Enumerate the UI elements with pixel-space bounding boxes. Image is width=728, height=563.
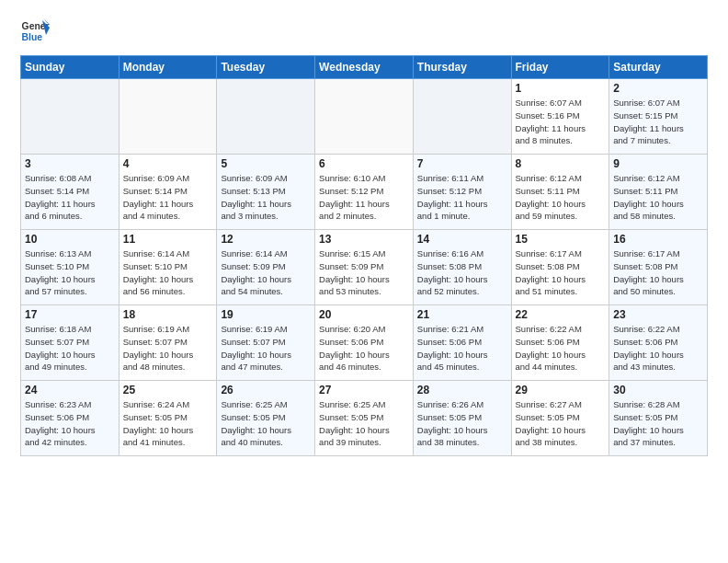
header-cell-thursday: Thursday [413, 56, 511, 79]
day-info: Sunrise: 6:19 AM Sunset: 5:07 PM Dayligh… [221, 323, 311, 373]
day-cell [315, 79, 414, 155]
day-cell: 9Sunrise: 6:12 AM Sunset: 5:11 PM Daylig… [609, 155, 708, 230]
day-cell: 19Sunrise: 6:19 AM Sunset: 5:07 PM Dayli… [217, 305, 315, 381]
day-number: 28 [417, 384, 507, 396]
day-info: Sunrise: 6:22 AM Sunset: 5:06 PM Dayligh… [613, 323, 703, 373]
page: General Blue SundayMondayTuesdayWednesda… [0, 0, 728, 465]
day-number: 16 [613, 233, 703, 246]
day-number: 20 [319, 308, 409, 321]
day-cell: 7Sunrise: 6:11 AM Sunset: 5:12 PM Daylig… [413, 155, 511, 230]
day-cell [217, 79, 315, 155]
day-info: Sunrise: 6:14 AM Sunset: 5:10 PM Dayligh… [123, 247, 213, 298]
day-cell: 29Sunrise: 6:27 AM Sunset: 5:05 PM Dayli… [511, 381, 609, 456]
day-number: 23 [613, 308, 703, 321]
day-info: Sunrise: 6:24 AM Sunset: 5:05 PM Dayligh… [123, 398, 213, 449]
week-row-3: 10Sunrise: 6:13 AM Sunset: 5:10 PM Dayli… [21, 230, 708, 305]
header-cell-sunday: Sunday [21, 56, 119, 79]
week-row-2: 3Sunrise: 6:08 AM Sunset: 5:14 PM Daylig… [21, 155, 708, 230]
day-cell: 8Sunrise: 6:12 AM Sunset: 5:11 PM Daylig… [511, 155, 609, 230]
logo-icon: General Blue [20, 17, 50, 46]
day-cell: 5Sunrise: 6:09 AM Sunset: 5:13 PM Daylig… [217, 155, 315, 230]
day-number: 10 [25, 233, 115, 246]
day-info: Sunrise: 6:12 AM Sunset: 5:11 PM Dayligh… [613, 172, 703, 223]
day-cell [119, 79, 217, 155]
day-number: 19 [221, 308, 311, 321]
day-info: Sunrise: 6:08 AM Sunset: 5:14 PM Dayligh… [25, 172, 115, 223]
day-cell [21, 79, 119, 155]
day-cell: 16Sunrise: 6:17 AM Sunset: 5:08 PM Dayli… [609, 230, 708, 305]
day-number: 21 [417, 308, 507, 321]
day-number: 22 [516, 308, 606, 321]
day-info: Sunrise: 6:14 AM Sunset: 5:09 PM Dayligh… [221, 247, 311, 298]
header-cell-monday: Monday [119, 56, 217, 79]
header-cell-tuesday: Tuesday [217, 56, 315, 79]
svg-text:Blue: Blue [22, 32, 43, 42]
day-info: Sunrise: 6:07 AM Sunset: 5:15 PM Dayligh… [613, 97, 703, 147]
header-cell-wednesday: Wednesday [315, 56, 414, 79]
day-cell: 3Sunrise: 6:08 AM Sunset: 5:14 PM Daylig… [21, 155, 119, 230]
day-number: 26 [221, 384, 311, 396]
day-number: 24 [25, 384, 115, 396]
day-info: Sunrise: 6:20 AM Sunset: 5:06 PM Dayligh… [319, 323, 409, 373]
day-cell: 22Sunrise: 6:22 AM Sunset: 5:06 PM Dayli… [511, 305, 609, 381]
day-cell: 10Sunrise: 6:13 AM Sunset: 5:10 PM Dayli… [21, 230, 119, 305]
day-number: 18 [123, 308, 213, 321]
day-number: 29 [516, 384, 606, 396]
day-info: Sunrise: 6:09 AM Sunset: 5:13 PM Dayligh… [221, 172, 311, 223]
day-info: Sunrise: 6:17 AM Sunset: 5:08 PM Dayligh… [516, 247, 606, 298]
day-number: 13 [319, 233, 409, 246]
day-cell: 18Sunrise: 6:19 AM Sunset: 5:07 PM Dayli… [119, 305, 217, 381]
day-cell: 15Sunrise: 6:17 AM Sunset: 5:08 PM Dayli… [511, 230, 609, 305]
day-cell [413, 79, 511, 155]
day-info: Sunrise: 6:07 AM Sunset: 5:16 PM Dayligh… [516, 97, 606, 147]
day-number: 6 [319, 157, 409, 170]
day-number: 4 [123, 157, 213, 170]
day-cell: 24Sunrise: 6:23 AM Sunset: 5:06 PM Dayli… [21, 381, 119, 456]
day-cell: 1Sunrise: 6:07 AM Sunset: 5:16 PM Daylig… [511, 79, 609, 155]
day-cell: 11Sunrise: 6:14 AM Sunset: 5:10 PM Dayli… [119, 230, 217, 305]
day-cell: 23Sunrise: 6:22 AM Sunset: 5:06 PM Dayli… [609, 305, 708, 381]
day-cell: 20Sunrise: 6:20 AM Sunset: 5:06 PM Dayli… [315, 305, 414, 381]
day-info: Sunrise: 6:21 AM Sunset: 5:06 PM Dayligh… [417, 323, 507, 373]
day-cell: 28Sunrise: 6:26 AM Sunset: 5:05 PM Dayli… [413, 381, 511, 456]
day-info: Sunrise: 6:13 AM Sunset: 5:10 PM Dayligh… [25, 247, 115, 298]
day-number: 7 [417, 157, 507, 170]
day-cell: 2Sunrise: 6:07 AM Sunset: 5:15 PM Daylig… [609, 79, 708, 155]
day-cell: 21Sunrise: 6:21 AM Sunset: 5:06 PM Dayli… [413, 305, 511, 381]
day-number: 3 [25, 157, 115, 170]
day-info: Sunrise: 6:22 AM Sunset: 5:06 PM Dayligh… [516, 323, 606, 373]
week-row-4: 17Sunrise: 6:18 AM Sunset: 5:07 PM Dayli… [21, 305, 708, 381]
week-row-5: 24Sunrise: 6:23 AM Sunset: 5:06 PM Dayli… [21, 381, 708, 456]
day-cell: 27Sunrise: 6:25 AM Sunset: 5:05 PM Dayli… [315, 381, 414, 456]
day-cell: 14Sunrise: 6:16 AM Sunset: 5:08 PM Dayli… [413, 230, 511, 305]
day-info: Sunrise: 6:28 AM Sunset: 5:05 PM Dayligh… [613, 398, 703, 449]
day-number: 12 [221, 233, 311, 246]
day-info: Sunrise: 6:16 AM Sunset: 5:08 PM Dayligh… [417, 247, 507, 298]
day-number: 25 [123, 384, 213, 396]
day-cell: 30Sunrise: 6:28 AM Sunset: 5:05 PM Dayli… [609, 381, 708, 456]
day-cell: 13Sunrise: 6:15 AM Sunset: 5:09 PM Dayli… [315, 230, 414, 305]
day-info: Sunrise: 6:10 AM Sunset: 5:12 PM Dayligh… [319, 172, 409, 223]
day-number: 14 [417, 233, 507, 246]
day-cell: 4Sunrise: 6:09 AM Sunset: 5:14 PM Daylig… [119, 155, 217, 230]
day-number: 9 [613, 157, 703, 170]
day-number: 5 [221, 157, 311, 170]
day-info: Sunrise: 6:27 AM Sunset: 5:05 PM Dayligh… [516, 398, 606, 449]
day-number: 1 [516, 82, 606, 95]
day-info: Sunrise: 6:26 AM Sunset: 5:05 PM Dayligh… [417, 398, 507, 449]
day-number: 27 [319, 384, 409, 396]
day-number: 17 [25, 308, 115, 321]
day-info: Sunrise: 6:25 AM Sunset: 5:05 PM Dayligh… [319, 398, 409, 449]
day-info: Sunrise: 6:25 AM Sunset: 5:05 PM Dayligh… [221, 398, 311, 449]
day-info: Sunrise: 6:09 AM Sunset: 5:14 PM Dayligh… [123, 172, 213, 223]
header: General Blue [20, 17, 708, 46]
header-row: SundayMondayTuesdayWednesdayThursdayFrid… [21, 56, 708, 79]
header-cell-saturday: Saturday [609, 56, 708, 79]
day-number: 11 [123, 233, 213, 246]
day-info: Sunrise: 6:17 AM Sunset: 5:08 PM Dayligh… [613, 247, 703, 298]
day-cell: 12Sunrise: 6:14 AM Sunset: 5:09 PM Dayli… [217, 230, 315, 305]
day-info: Sunrise: 6:11 AM Sunset: 5:12 PM Dayligh… [417, 172, 507, 223]
day-info: Sunrise: 6:12 AM Sunset: 5:11 PM Dayligh… [516, 172, 606, 223]
day-cell: 6Sunrise: 6:10 AM Sunset: 5:12 PM Daylig… [315, 155, 414, 230]
day-info: Sunrise: 6:23 AM Sunset: 5:06 PM Dayligh… [25, 398, 115, 449]
